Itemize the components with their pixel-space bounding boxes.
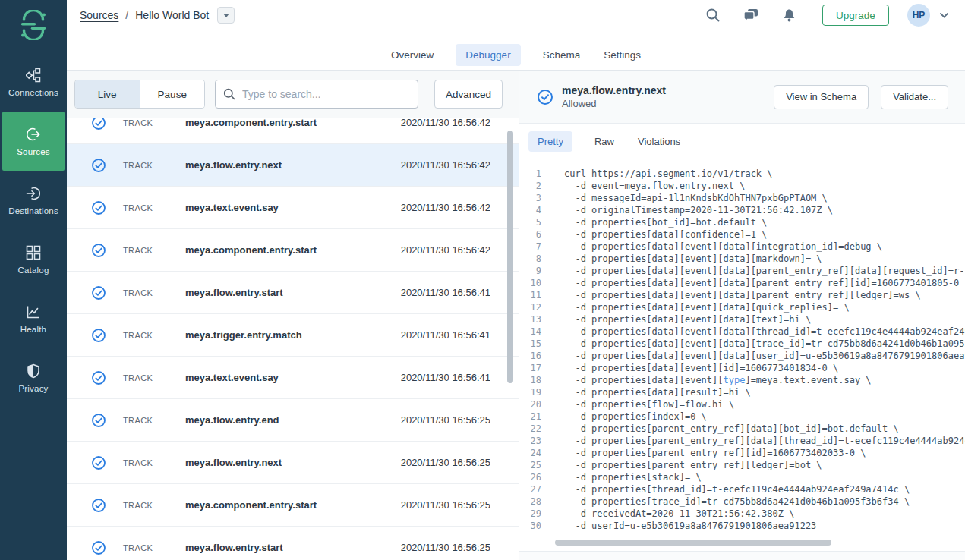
sidebar-item-privacy[interactable]: Privacy (0, 348, 67, 407)
code-text: curl https://api.segment.io/v1/track \ (564, 168, 773, 180)
line-number: 24 (519, 447, 541, 459)
code-horizontal-scrollbar[interactable] (555, 540, 831, 546)
advanced-button[interactable]: Advanced (434, 80, 503, 109)
chat-icon[interactable] (743, 8, 758, 23)
code-line: 30 -d userId=u-e5b30619a8a8476791901806a… (519, 520, 965, 532)
line-number: 17 (519, 362, 541, 374)
tab-pretty[interactable]: Pretty (528, 131, 572, 152)
source-menu-button[interactable] (217, 7, 235, 24)
sidebar-item-label: Destinations (8, 206, 58, 216)
connections-icon (26, 68, 41, 83)
tab-raw[interactable]: Raw (593, 131, 616, 152)
code-line: 29 -d receivedAt=2020-11-30T21:56:42.380… (519, 508, 965, 520)
code-line: 7 -d properties[data][event][data][integ… (519, 241, 965, 253)
line-number: 4 (519, 204, 541, 216)
account-chevron-down-icon[interactable] (936, 8, 951, 23)
event-detail-title: meya.flow.entry.next (562, 84, 666, 96)
topbar-actions: Upgrade HP (705, 4, 965, 27)
line-number: 11 (519, 289, 541, 301)
code-text: -d properties[parent_entry_ref][ledger]=… (564, 459, 822, 471)
catalog-icon (26, 245, 41, 260)
event-row[interactable]: TRACKmeya.flow.entry.end2020/11/30 16:56… (67, 399, 519, 442)
event-row[interactable]: TRACKmeya.component.entry.start2020/11/3… (67, 229, 519, 272)
event-row[interactable]: TRACKmeya.flow.entry.start2020/11/30 16:… (67, 272, 519, 314)
tab-violations[interactable]: Violations (636, 131, 682, 152)
sidebar-item-connections[interactable]: Connections (0, 52, 67, 112)
upgrade-button[interactable]: Upgrade (822, 5, 889, 26)
code-line: 14 -d properties[data][event][data][thre… (519, 326, 965, 338)
search-icon[interactable] (705, 8, 721, 23)
allowed-check-icon (91, 328, 106, 343)
sidebar-item-health[interactable]: Health (0, 289, 67, 348)
tab-schema[interactable]: Schema (541, 44, 582, 66)
allowed-check-icon (91, 243, 106, 258)
code-text: -d properties[trace_id]=tr-cd75bb8d6a424… (564, 496, 910, 508)
chevron-down-icon (223, 14, 229, 17)
sidebar-nav: Connections Sources Destinations (0, 52, 67, 407)
sidebar-item-catalog[interactable]: Catalog (0, 230, 67, 289)
line-number: 18 (519, 374, 541, 386)
event-type-label: TRACK (123, 416, 185, 425)
code-text: -d properties[flow]=flow.hi \ (564, 398, 734, 411)
pause-button[interactable]: Pause (140, 80, 205, 108)
notifications-bell-icon[interactable] (781, 8, 796, 23)
code-line: 3 -d messageId=api-1l1nKndsbKdOhTHN7pxbG… (519, 192, 965, 204)
code-line: 1curl https://api.segment.io/v1/track \ (519, 168, 965, 180)
live-button[interactable]: Live (75, 80, 140, 108)
code-text: -d properties[parent_entry_ref][data][bo… (564, 423, 899, 435)
event-timestamp: 2020/11/30 16:56:42 (401, 244, 490, 256)
code-text: -d properties[stack]= \ (564, 471, 702, 483)
code-line: 12 -d properties[data][event][data][quic… (519, 301, 965, 313)
event-row[interactable]: TRACKmeya.flow.entry.next2020/11/30 16:5… (67, 442, 519, 484)
line-number: 9 (519, 265, 541, 277)
sidebar-item-label: Catalog (17, 266, 49, 275)
event-type-label: TRACK (123, 373, 185, 382)
line-number: 29 (519, 508, 541, 520)
sidebar: Connections Sources Destinations (0, 0, 67, 560)
event-row[interactable]: TRACKmeya.trigger.entry.match2020/11/30 … (67, 314, 519, 357)
code-text: -d messageId=api-1l1nKndsbKdOhTHN7pxbGpP… (564, 192, 828, 204)
sources-icon (26, 127, 41, 142)
code-text: -d receivedAt=2020-11-30T21:56:42.380Z \ (564, 508, 794, 520)
event-row[interactable]: TRACKmeya.flow.entry.next2020/11/30 16:5… (67, 144, 519, 187)
event-name: meya.flow.entry.start (185, 542, 283, 553)
event-list: TRACKmeya.component.entry.start2020/11/3… (67, 118, 519, 560)
event-type-label: TRACK (123, 543, 185, 552)
event-name: meya.text.event.say (185, 202, 279, 213)
search-input[interactable] (242, 88, 410, 100)
sidebar-item-label: Health (20, 325, 46, 334)
event-row[interactable]: TRACKmeya.flow.entry.start2020/11/30 16:… (67, 527, 519, 560)
line-number: 16 (519, 350, 541, 362)
code-line: 20 -d properties[flow]=flow.hi \ (519, 398, 965, 411)
tab-settings[interactable]: Settings (602, 44, 642, 66)
breadcrumb-current: Hello World Bot (135, 9, 209, 21)
event-detail-titles: meya.flow.entry.next Allowed (562, 84, 666, 109)
code-text: -d properties[data][event][data][user_id… (564, 350, 965, 362)
event-row[interactable]: TRACKmeya.text.event.say2020/11/30 16:56… (67, 187, 519, 229)
event-list-scrollbar[interactable] (507, 131, 513, 383)
code-text: -d properties[data][event][data][markdow… (564, 253, 822, 265)
code-line: 25 -d properties[parent_entry_ref][ledge… (519, 459, 965, 471)
sidebar-item-sources[interactable]: Sources (2, 112, 65, 171)
event-row[interactable]: TRACKmeya.component.entry.start2020/11/3… (67, 118, 519, 144)
avatar[interactable]: HP (907, 4, 930, 27)
breadcrumb-sources-link[interactable]: Sources (80, 9, 118, 21)
code-text: -d originalTimestamp=2020-11-30T21:56:42… (564, 204, 833, 216)
event-timestamp: 2020/11/30 16:56:42 (401, 202, 490, 213)
view-in-schema-button[interactable]: View in Schema (774, 85, 869, 109)
tab-overview[interactable]: Overview (389, 44, 435, 66)
code-line: 16 -d properties[data][event][data][user… (519, 350, 965, 362)
event-row[interactable]: TRACKmeya.component.entry.start2020/11/3… (67, 484, 519, 527)
tab-debugger[interactable]: Debugger (456, 44, 520, 66)
event-row[interactable]: TRACKmeya.text.event.say2020/11/30 16:56… (67, 357, 519, 399)
line-number: 6 (519, 228, 541, 241)
code-text: -d properties[data][event][data][thread_… (564, 326, 965, 338)
code-text: -d properties[data][event][data][parent_… (564, 289, 921, 301)
code-text: -d properties[data][event][data][integra… (564, 241, 882, 253)
segment-logo-icon[interactable] (18, 10, 49, 40)
allowed-check-icon (91, 370, 106, 385)
sidebar-item-destinations[interactable]: Destinations (0, 171, 67, 230)
line-number: 8 (519, 253, 541, 265)
allowed-check-icon (91, 540, 106, 555)
validate-button[interactable]: Validate... (881, 85, 948, 109)
